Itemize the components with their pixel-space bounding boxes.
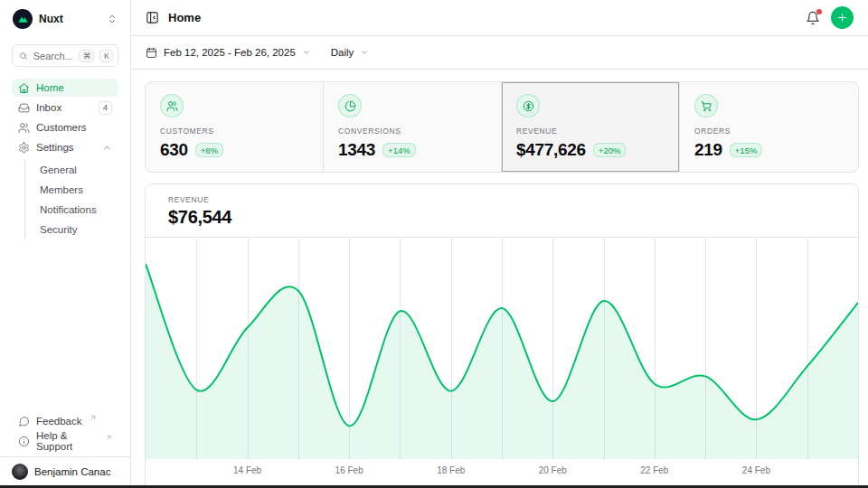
sidebar-item-notifications[interactable]: Notifications bbox=[25, 200, 118, 220]
calendar-icon bbox=[146, 47, 157, 59]
user-name: Benjamin Canac bbox=[34, 466, 110, 477]
stat-delta-badge: +14% bbox=[382, 143, 416, 157]
revenue-chart-card: REVENUE $76,544 14 Feb16 Feb18 Feb20 Feb… bbox=[145, 183, 859, 488]
chevrons-up-down-icon bbox=[107, 14, 118, 24]
granularity-select[interactable]: Daily bbox=[331, 47, 370, 58]
stat-value: 219 bbox=[694, 140, 722, 160]
pie-chart-icon bbox=[338, 94, 362, 117]
x-axis-label: 16 Feb bbox=[335, 465, 363, 475]
stat-card-orders[interactable]: ORDERS 219 +15% bbox=[680, 82, 858, 172]
stat-delta-badge: +15% bbox=[730, 143, 763, 157]
notification-dot bbox=[816, 9, 822, 14]
search-placeholder: Search... bbox=[33, 51, 73, 61]
search-icon bbox=[19, 51, 28, 61]
revenue-chart-xaxis: 14 Feb16 Feb18 Feb20 Feb22 Feb24 Feb bbox=[146, 459, 858, 483]
chart-value: $76,544 bbox=[168, 207, 835, 228]
sidebar-item-label: Settings bbox=[36, 142, 74, 153]
collapse-sidebar-icon[interactable] bbox=[146, 11, 159, 24]
message-circle-icon bbox=[18, 416, 30, 427]
x-axis-label: 24 Feb bbox=[742, 465, 770, 475]
add-button[interactable] bbox=[831, 6, 854, 29]
kbd-key: K bbox=[99, 50, 113, 62]
header-actions bbox=[806, 6, 854, 29]
revenue-area-fill bbox=[146, 264, 858, 459]
sidebar-item-label: Home bbox=[36, 82, 64, 93]
sidebar-item-label: Feedback bbox=[36, 416, 82, 427]
sidebar-item-settings[interactable]: Settings bbox=[12, 138, 118, 156]
inbox-count-badge: 4 bbox=[99, 101, 112, 115]
sidebar-item-home[interactable]: Home bbox=[12, 79, 118, 97]
stat-card-customers[interactable]: CUSTOMERS 630 +8% bbox=[146, 82, 324, 172]
x-axis-label: 14 Feb bbox=[233, 465, 261, 475]
content: CUSTOMERS 630 +8% CONVERSIONS 1343 +14% bbox=[131, 70, 868, 488]
stat-delta-badge: +8% bbox=[195, 143, 223, 157]
stat-label: CUSTOMERS bbox=[160, 127, 308, 136]
x-axis-label: 18 Feb bbox=[437, 465, 465, 475]
sidebar-item-inbox[interactable]: Inbox 4 bbox=[12, 99, 118, 117]
date-range-value: Feb 12, 2025 - Feb 26, 2025 bbox=[164, 47, 296, 58]
external-link-icon bbox=[89, 414, 97, 422]
info-circle-icon bbox=[18, 436, 30, 447]
stats-row: CUSTOMERS 630 +8% CONVERSIONS 1343 +14% bbox=[145, 81, 859, 173]
page-title: Home bbox=[168, 11, 201, 24]
users-icon bbox=[18, 122, 30, 134]
sidebar-footer: Feedback Help & Support bbox=[12, 412, 118, 450]
stat-card-conversions[interactable]: CONVERSIONS 1343 +14% bbox=[324, 82, 502, 172]
chevron-down-icon bbox=[302, 48, 311, 57]
settings-subnav: General Members Notifications Security bbox=[24, 160, 118, 239]
stat-value: $477,626 bbox=[516, 140, 586, 160]
sidebar-spacer bbox=[12, 239, 118, 412]
chevron-up-icon bbox=[102, 143, 112, 153]
chart-label: REVENUE bbox=[168, 195, 835, 204]
stat-label: REVENUE bbox=[516, 127, 665, 136]
users-icon bbox=[160, 94, 184, 117]
x-axis-label: 22 Feb bbox=[640, 465, 668, 475]
sidebar-item-members[interactable]: Members bbox=[25, 180, 118, 200]
search-input[interactable]: Search... ⌘ K bbox=[12, 44, 118, 67]
sidebar-item-label: Inbox bbox=[36, 102, 61, 113]
sidebar-nav: Home Inbox 4 Customers Settings General … bbox=[12, 79, 118, 239]
stat-card-revenue[interactable]: REVENUE $477,626 +20% bbox=[502, 82, 680, 172]
kbd-meta: ⌘ bbox=[79, 50, 94, 62]
date-range-picker[interactable]: Feb 12, 2025 - Feb 26, 2025 bbox=[146, 47, 311, 59]
stat-label: ORDERS bbox=[694, 127, 844, 136]
workspace-switcher[interactable]: Nuxt bbox=[12, 7, 118, 31]
granularity-value: Daily bbox=[331, 47, 354, 58]
shopping-cart-icon bbox=[694, 94, 718, 117]
stat-label: CONVERSIONS bbox=[338, 127, 486, 136]
notifications-button[interactable] bbox=[806, 11, 820, 25]
inbox-icon bbox=[18, 102, 30, 114]
filters-toolbar: Feb 12, 2025 - Feb 26, 2025 Daily bbox=[131, 36, 868, 70]
plus-icon bbox=[836, 12, 848, 23]
sidebar-user-section: Benjamin Canac bbox=[0, 456, 130, 484]
sidebar-item-help-support[interactable]: Help & Support bbox=[12, 432, 118, 450]
revenue-chart-header: REVENUE $76,544 bbox=[146, 184, 858, 238]
chevron-down-icon bbox=[360, 48, 369, 57]
x-axis-label: 20 Feb bbox=[539, 465, 567, 475]
sidebar-item-label: Customers bbox=[36, 122, 87, 133]
user-menu-button[interactable]: Benjamin Canac bbox=[12, 464, 118, 480]
nuxt-logo-icon bbox=[13, 9, 33, 29]
revenue-chart-plot[interactable] bbox=[146, 238, 858, 459]
stat-value: 630 bbox=[160, 140, 188, 160]
sidebar-item-label: Help & Support bbox=[36, 430, 99, 452]
chevrons-up-down-icon bbox=[117, 466, 118, 477]
stat-delta-badge: +20% bbox=[593, 143, 627, 157]
main-area: Home Feb 12, 2025 - Feb 26, 2025 Daily bbox=[131, 0, 868, 488]
sidebar: Nuxt Search... ⌘ K Home Inbox 4 Customer… bbox=[0, 0, 131, 488]
sidebar-item-feedback[interactable]: Feedback bbox=[12, 412, 118, 430]
dollar-circle-icon bbox=[516, 94, 540, 117]
stat-value: 1343 bbox=[338, 140, 375, 160]
home-icon bbox=[18, 82, 30, 94]
sidebar-item-security[interactable]: Security bbox=[25, 220, 118, 239]
avatar bbox=[12, 464, 28, 480]
revenue-chart-svg bbox=[146, 238, 858, 459]
dashboard-app: Nuxt Search... ⌘ K Home Inbox 4 Customer… bbox=[0, 0, 868, 488]
page-header: Home bbox=[131, 0, 868, 36]
external-link-icon bbox=[105, 434, 112, 442]
sidebar-item-general[interactable]: General bbox=[25, 160, 118, 180]
workspace-name: Nuxt bbox=[39, 13, 100, 25]
sidebar-item-customers[interactable]: Customers bbox=[12, 118, 118, 136]
gear-icon bbox=[18, 142, 30, 154]
